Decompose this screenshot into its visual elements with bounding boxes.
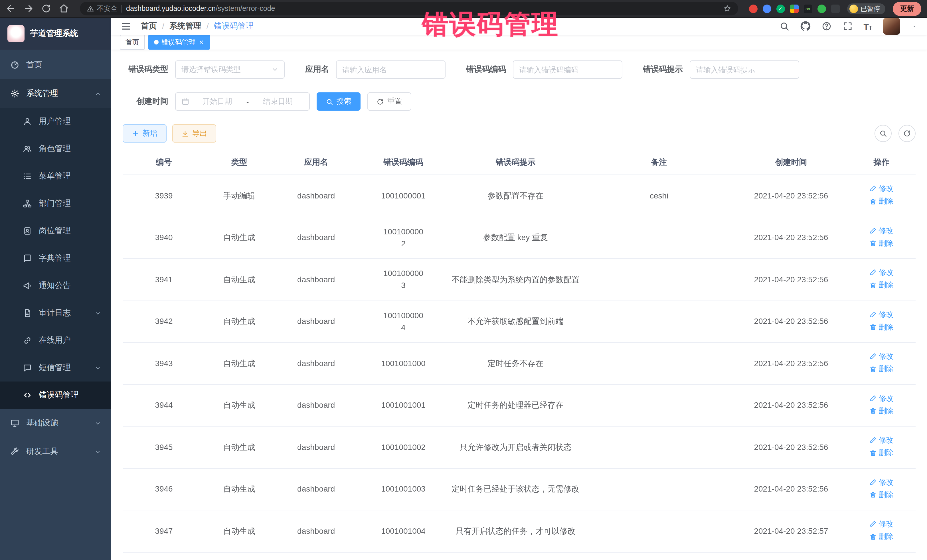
extension-icon-6[interactable] xyxy=(817,4,826,13)
delete-button[interactable]: 删除 xyxy=(869,448,894,458)
avatar-caret-icon[interactable] xyxy=(911,23,918,30)
sidebar-item-infra[interactable]: 基础设施 xyxy=(0,409,111,437)
download-icon xyxy=(181,130,189,137)
delete-button[interactable]: 删除 xyxy=(869,405,894,417)
cell-code: 1001001002 xyxy=(359,426,448,468)
font-size-icon[interactable]: TT xyxy=(863,22,872,30)
cell-app: dashboard xyxy=(273,510,359,552)
table-row: 3944自动生成dashboard1001001001定时任务的处理器已经存在2… xyxy=(123,384,916,426)
sidebar-item-user[interactable]: 用户管理 xyxy=(0,108,111,135)
error-type-label: 错误码类型 xyxy=(123,64,168,75)
edit-icon xyxy=(869,521,877,528)
sidebar-item-menu[interactable]: 菜单管理 xyxy=(0,162,111,190)
sidebar-item-error-code[interactable]: 错误码管理 xyxy=(0,381,111,409)
delete-button[interactable]: 删除 xyxy=(869,531,894,542)
fullscreen-icon[interactable] xyxy=(842,21,853,31)
error-code-table: 编号 类型 应用名 错误码编码 错误码提示 备注 创建时间 操作 3939手动编… xyxy=(123,150,916,560)
sidebar-item-audit-log[interactable]: 审计日志 xyxy=(0,299,111,327)
search-button[interactable]: 搜索 xyxy=(317,93,360,111)
sidebar-item-notice[interactable]: 通知公告 xyxy=(0,272,111,299)
delete-button[interactable]: 删除 xyxy=(869,322,894,333)
edit-button[interactable]: 修改 xyxy=(869,309,894,320)
sidebar-menu: 首页系统管理用户管理角色管理菜单管理部门管理岗位管理字典管理通知公告审计日志在线… xyxy=(0,50,111,560)
edit-button[interactable]: 修改 xyxy=(869,225,894,236)
edit-button[interactable]: 修改 xyxy=(869,518,894,530)
tab-home[interactable]: 首页 xyxy=(120,35,145,50)
error-code-table-body: 3939手动编辑dashboard1001000001参数配置不存在ceshi2… xyxy=(123,175,916,560)
col-app: 应用名 xyxy=(273,150,359,175)
reset-button[interactable]: 重置 xyxy=(368,93,411,111)
delete-button[interactable]: 删除 xyxy=(869,489,894,501)
browser-back-icon[interactable] xyxy=(6,3,16,14)
sidebar-item-dict[interactable]: 字典管理 xyxy=(0,244,111,272)
delete-button[interactable]: 删除 xyxy=(869,238,894,249)
cell-id: 3944 xyxy=(123,384,205,426)
bookmark-star-icon[interactable] xyxy=(723,5,731,12)
refresh-table-button[interactable] xyxy=(898,125,916,142)
breadcrumb-home[interactable]: 首页 xyxy=(141,21,157,31)
cell-type: 自动生成 xyxy=(205,468,273,510)
cell-app: dashboard xyxy=(273,343,359,384)
edit-icon xyxy=(869,478,877,486)
table-row: 3945自动生成dashboard1001001002只允许修改为开启或者关闭状… xyxy=(123,426,916,468)
cell-created: 2021-04-20 23:52:57 xyxy=(735,552,847,560)
delete-button[interactable]: 删除 xyxy=(869,196,894,207)
app-name-input[interactable] xyxy=(336,61,445,79)
delete-button[interactable]: 删除 xyxy=(869,280,894,291)
cell-type: 手动编辑 xyxy=(205,175,273,217)
cell-hint: CRON 表达式不正确 xyxy=(448,552,583,560)
edit-button[interactable]: 修改 xyxy=(869,267,894,278)
browser-reload-icon[interactable] xyxy=(41,3,51,14)
error-type-select[interactable]: 请选择错误码类型 xyxy=(175,61,285,79)
edit-button[interactable]: 修改 xyxy=(869,351,894,362)
cell-app: dashboard xyxy=(273,384,359,426)
github-icon[interactable] xyxy=(800,21,810,31)
user-avatar[interactable] xyxy=(883,18,900,35)
edit-button[interactable]: 修改 xyxy=(869,434,894,446)
cell-app: dashboard xyxy=(273,175,359,217)
browser-home-icon[interactable] xyxy=(59,3,69,14)
sidebar-item-label: 审计日志 xyxy=(39,308,88,318)
error-code-input[interactable] xyxy=(513,61,622,79)
extension-icon-5[interactable]: on xyxy=(804,4,812,13)
sidebar-item-system[interactable]: 系统管理 xyxy=(0,79,111,108)
create-time-range-picker[interactable]: 开始日期 - 结束日期 xyxy=(175,93,310,111)
user-icon xyxy=(23,117,32,126)
error-hint-input[interactable] xyxy=(690,61,799,79)
close-tab-icon[interactable] xyxy=(199,39,204,45)
cell-hint: 不能删除类型为系统内置的参数配置 xyxy=(448,259,583,300)
sidebar-item-dept[interactable]: 部门管理 xyxy=(0,190,111,217)
extension-icon-4[interactable] xyxy=(790,4,798,13)
profile-chip[interactable]: 已暂停 xyxy=(847,3,885,14)
extension-icon-2[interactable] xyxy=(763,4,771,13)
chevron-down-icon xyxy=(95,420,101,426)
add-button[interactable]: 新增 xyxy=(123,124,167,143)
header-search-icon[interactable] xyxy=(779,21,789,31)
export-button[interactable]: 导出 xyxy=(172,124,216,143)
edit-button[interactable]: 修改 xyxy=(869,393,894,404)
toggle-search-button[interactable] xyxy=(874,125,892,142)
edit-button[interactable]: 修改 xyxy=(869,183,894,194)
address-bar[interactable]: 不安全 dashboard.yudao.iocoder.cn/system/er… xyxy=(80,2,738,15)
browser-forward-icon[interactable] xyxy=(23,3,33,14)
sidebar-item-sms[interactable]: 短信管理 xyxy=(0,354,111,381)
tab-error-code[interactable]: 错误码管理 xyxy=(148,35,210,50)
sidebar-item-home[interactable]: 首页 xyxy=(0,51,111,79)
sidebar-collapse-icon[interactable] xyxy=(120,21,132,32)
browser-update-button[interactable]: 更新 xyxy=(893,2,921,16)
cell-actions: 修改删除 xyxy=(847,468,916,510)
cell-hint: 定时任务不存在 xyxy=(448,343,583,384)
help-icon[interactable] xyxy=(821,21,831,31)
app-logo[interactable]: 芋道管理系统 xyxy=(0,18,111,50)
extension-icon-3[interactable]: ✓ xyxy=(776,4,785,13)
extension-icon-7[interactable] xyxy=(831,4,839,13)
edit-button[interactable]: 修改 xyxy=(869,477,894,487)
delete-button[interactable]: 删除 xyxy=(869,364,894,375)
sidebar-item-online-user[interactable]: 在线用户 xyxy=(0,327,111,354)
sidebar-item-role[interactable]: 角色管理 xyxy=(0,135,111,162)
breadcrumb-system[interactable]: 系统管理 xyxy=(169,21,201,31)
gear-icon xyxy=(10,89,20,98)
sidebar-item-post[interactable]: 岗位管理 xyxy=(0,217,111,244)
sidebar-item-dev-tool[interactable]: 研发工具 xyxy=(0,437,111,466)
extension-icon-1[interactable] xyxy=(749,4,757,13)
